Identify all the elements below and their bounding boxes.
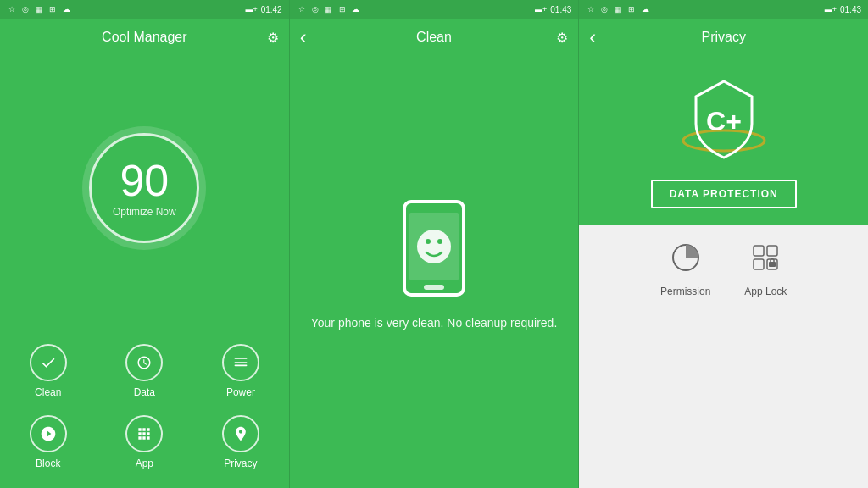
svg-text:C+: C+ [706, 106, 742, 136]
app-button[interactable]: App [97, 407, 193, 478]
block-icon-circle [30, 415, 67, 452]
privacy-upper-content: C+ DATA PROTECTION [579, 56, 868, 225]
clean-svg [40, 354, 57, 371]
bluetooth-icon: ▦ [34, 4, 44, 14]
privacy-label: Privacy [224, 458, 257, 469]
power-label: Power [226, 386, 255, 398]
clean-label: Clean [35, 386, 61, 398]
time-3: 01:43 [840, 5, 861, 14]
applock-icon [750, 242, 781, 279]
svg-rect-10 [767, 246, 777, 256]
battery-icon-1: ▬+ [245, 5, 257, 14]
signal-icon: ◎ [20, 4, 31, 14]
svg-rect-2 [424, 285, 444, 290]
top-bar-3: ‹ Privacy [579, 19, 868, 56]
sync-icon: ⊞ [47, 4, 58, 14]
status-bar-3: ☆ ◎ ▦ ⊞ ☁ ▬+ 01:43 [579, 0, 868, 19]
permission-svg [670, 242, 701, 273]
panel2-title: Clean [416, 30, 452, 45]
data-icon-circle [125, 344, 163, 381]
permission-label: Permission [660, 286, 710, 297]
sync-icon-2: ⊞ [337, 4, 348, 14]
shield-svg: C+ [677, 73, 771, 166]
clean-content: Your phone is very clean. No cleanup req… [290, 56, 579, 488]
svg-rect-11 [754, 259, 764, 269]
panel1-title: Cool Manager [102, 30, 187, 45]
app-svg [136, 425, 153, 442]
phone-svg [396, 197, 472, 299]
back-button-2[interactable]: ‹ [300, 25, 307, 49]
app-label: App [136, 458, 153, 469]
cloud-icon: ☁ [61, 4, 71, 14]
score-container[interactable]: 90 Optimize Now [0, 56, 289, 329]
data-protection-button[interactable]: DATA PROTECTION [651, 180, 797, 208]
status-bar-right-1: ▬+ 01:42 [245, 5, 281, 14]
settings-icon-1[interactable]: ⚙ [267, 30, 279, 46]
shield-logo: C+ [677, 73, 771, 166]
applock-item[interactable]: App Lock [744, 242, 787, 297]
wifi-icon-2: ☆ [297, 4, 307, 14]
status-bar-right-2: ▬+ 01:43 [535, 5, 571, 14]
svg-rect-13 [769, 262, 776, 267]
status-bar-right-3: ▬+ 01:43 [825, 5, 861, 14]
status-bar-left-3: ☆ ◎ ▦ ⊞ ☁ [586, 4, 650, 14]
block-button[interactable]: Block [0, 407, 97, 478]
status-bar-1: ☆ ◎ ▦ ⊞ ☁ ▬+ 01:42 [0, 0, 289, 19]
svg-point-4 [426, 239, 431, 244]
time-2: 01:43 [550, 5, 571, 14]
power-button[interactable]: Power [192, 336, 289, 407]
cool-manager-panel: ☆ ◎ ▦ ⊞ ☁ ▬+ 01:42 Cool Manager ⚙ 90 Opt… [0, 0, 290, 488]
wifi-icon: ☆ [7, 4, 17, 14]
score-circle[interactable]: 90 Optimize Now [89, 133, 199, 243]
wifi-icon-3: ☆ [586, 4, 596, 14]
privacy-button[interactable]: Privacy [192, 407, 289, 478]
bluetooth-icon-3: ▦ [613, 4, 623, 14]
power-icon-circle [222, 344, 259, 381]
data-button[interactable]: Data [97, 336, 193, 407]
status-bar-2: ☆ ◎ ▦ ⊞ ☁ ▬+ 01:43 [290, 0, 579, 19]
applock-label: App Lock [744, 286, 787, 297]
panel3-title: Privacy [701, 30, 745, 45]
time-1: 01:42 [261, 5, 282, 14]
back-button-3[interactable]: ‹ [589, 25, 596, 49]
status-bar-left-1: ☆ ◎ ▦ ⊞ ☁ [7, 4, 71, 14]
top-bar-2: ‹ Clean ⚙ [290, 19, 579, 56]
permission-item[interactable]: Permission [660, 242, 710, 297]
battery-icon-2: ▬+ [535, 5, 547, 14]
phone-illustration [396, 197, 472, 299]
privacy-svg [232, 425, 249, 442]
data-label: Data [134, 386, 155, 398]
clean-panel: ☆ ◎ ▦ ⊞ ☁ ▬+ 01:43 ‹ Clean ⚙ [290, 0, 580, 488]
signal-icon-2: ◎ [310, 4, 320, 14]
grid-buttons: Clean Data Power [0, 329, 289, 488]
bluetooth-icon-2: ▦ [324, 4, 334, 14]
cloud-icon-2: ☁ [351, 4, 361, 14]
permission-icon [670, 242, 701, 279]
score-number: 90 [120, 158, 169, 202]
battery-icon-3: ▬+ [825, 5, 837, 14]
top-bar-1: Cool Manager ⚙ [0, 19, 289, 56]
block-label: Block [36, 458, 60, 469]
block-svg [40, 425, 57, 442]
power-svg [232, 354, 249, 371]
cloud-icon-3: ☁ [640, 4, 650, 14]
status-bar-left-2: ☆ ◎ ▦ ⊞ ☁ [297, 4, 361, 14]
clean-button[interactable]: Clean [0, 336, 97, 407]
svg-rect-9 [754, 246, 764, 256]
clean-message: Your phone is very clean. No cleanup req… [294, 316, 575, 330]
applock-svg [750, 242, 781, 273]
privacy-lower-content: Permission App Lock [579, 225, 868, 488]
app-icon-circle [125, 415, 163, 452]
score-label: Optimize Now [113, 206, 176, 218]
privacy-panel: ☆ ◎ ▦ ⊞ ☁ ▬+ 01:43 ‹ Privacy C+ DAT [579, 0, 868, 488]
sync-icon-3: ⊞ [626, 4, 637, 14]
svg-point-3 [417, 230, 451, 263]
signal-icon-3: ◎ [599, 4, 609, 14]
svg-point-5 [437, 239, 442, 244]
settings-icon-2[interactable]: ⚙ [556, 30, 568, 46]
clean-icon-circle [30, 344, 67, 381]
privacy-icon-circle [222, 415, 259, 452]
data-svg [136, 355, 152, 370]
